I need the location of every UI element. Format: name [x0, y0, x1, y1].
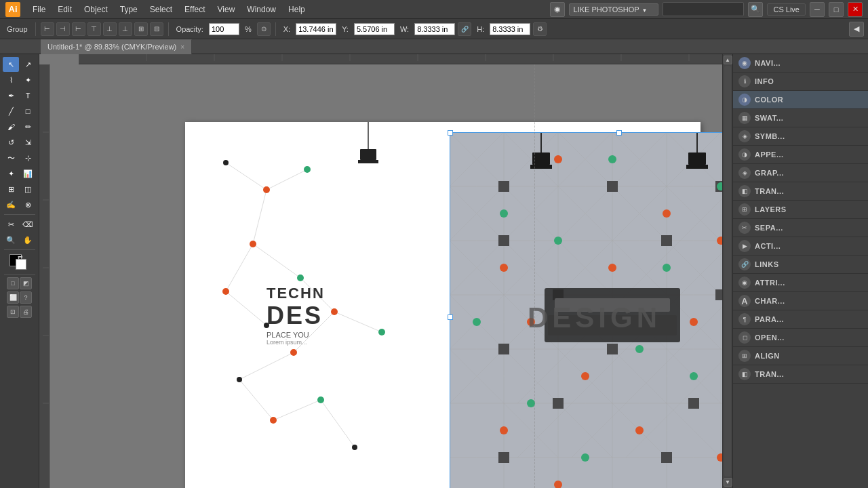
rotate-tool[interactable]: ↺ — [3, 135, 19, 150]
tab-close-button[interactable]: × — [180, 43, 184, 51]
panel-character[interactable]: A CHAR... — [733, 292, 868, 310]
svg-line-8 — [334, 312, 382, 332]
menu-view[interactable]: View — [212, 3, 241, 16]
pencil-icon: ✏ — [25, 123, 31, 131]
active-tab[interactable]: Untitled-1* @ 89.83% (CMYK/Preview) × — [41, 39, 192, 54]
swap-colors-icon[interactable]: ⇄ — [18, 253, 23, 260]
lock-aspect-icon[interactable]: 🔗 — [458, 22, 471, 36]
lasso-tool[interactable]: ⌇ — [3, 73, 19, 87]
magic-wand-tool[interactable]: ✦ — [20, 73, 36, 87]
menu-effect[interactable]: Effect — [179, 3, 210, 16]
menu-help[interactable]: Help — [283, 3, 311, 16]
panel-actions[interactable]: ▶ ACTI... — [733, 237, 868, 256]
hand-tool[interactable]: ✋ — [20, 232, 36, 247]
svg-line-10 — [239, 380, 273, 420]
eraser-tool[interactable]: ⌫ — [20, 217, 36, 232]
mesh-tool[interactable]: ⊞ — [3, 182, 19, 197]
panel-appearance-label: APPE... — [755, 150, 784, 159]
zoom-tool[interactable]: 🔍 — [3, 232, 19, 247]
workspace-dropdown[interactable]: LIKE PHOTOSHOP — [569, 3, 659, 16]
pen-tool[interactable]: ✒ — [3, 88, 19, 103]
align-bottom-icon[interactable]: ⊥ — [119, 22, 132, 36]
search-icon[interactable]: 🔍 — [748, 2, 763, 17]
scroll-up-arrow[interactable]: ▲ — [724, 56, 732, 64]
direct-selection-tool[interactable]: ↗ — [20, 57, 36, 72]
w-input[interactable] — [414, 23, 455, 35]
panel-navigator[interactable]: ◉ NAVI... — [733, 54, 868, 73]
panel-appearance[interactable]: ◑ APPE... — [733, 146, 868, 164]
opacity-input[interactable] — [209, 23, 239, 35]
align-right-icon[interactable]: ⊢ — [72, 22, 85, 36]
main-layout: ↖ ↗ ⌇ ✦ ✒ T ╱ □ — [0, 54, 868, 488]
x-input[interactable] — [296, 23, 336, 35]
print-icon[interactable]: 🖨 — [20, 306, 32, 318]
panel-layers[interactable]: ⊞ LAYERS — [733, 201, 868, 219]
align-top-icon[interactable]: ⊤ — [87, 22, 101, 36]
gradient-tool[interactable]: ◫ — [20, 182, 36, 197]
line-tool[interactable]: ╱ — [3, 104, 19, 119]
align-center-v-icon[interactable]: ⊥ — [103, 22, 117, 36]
workspace-switcher-icon[interactable]: ◉ — [550, 2, 565, 17]
svg-point-102 — [663, 264, 671, 272]
h-input[interactable] — [490, 23, 530, 35]
panel-toggle-icon[interactable]: ◀ — [849, 22, 864, 37]
distribute-h-icon[interactable]: ⊞ — [134, 22, 148, 36]
type-tool[interactable]: T — [20, 88, 36, 103]
close-button[interactable]: ✕ — [848, 2, 863, 17]
panel-paragraph[interactable]: ¶ PARA... — [733, 310, 868, 329]
normal-mode-icon[interactable]: □ — [7, 277, 19, 289]
panel-symbols[interactable]: ◈ SYMB... — [733, 127, 868, 146]
menu-object[interactable]: Object — [79, 3, 113, 16]
selection-tool[interactable]: ↖ — [3, 57, 19, 72]
panel-links[interactable]: 🔗 LINKS — [733, 256, 868, 274]
paintbrush-tool[interactable]: 🖌 — [3, 119, 19, 134]
panel-separations[interactable]: ✂ SEPA... — [733, 219, 868, 237]
panel-transform[interactable]: ◧ TRAN... — [733, 182, 868, 201]
scissors-tool[interactable]: ✂ — [3, 217, 19, 232]
canvas-background: TECHN DES PLACE YOU Lorem ipsum... — [39, 54, 722, 488]
align-center-h-icon[interactable]: ⊣ — [56, 22, 70, 36]
menu-type[interactable]: Type — [115, 3, 143, 16]
column-graph-tool[interactable]: 📊 — [20, 166, 36, 181]
scroll-down-arrow[interactable]: ▼ — [724, 478, 732, 487]
panel-color-label: COLOR — [755, 96, 783, 104]
panel-swatches[interactable]: ▦ SWAT... — [733, 109, 868, 127]
panel-info[interactable]: ℹ INFO — [733, 73, 868, 91]
cs-live-button[interactable]: CS Live — [767, 3, 806, 16]
search-input[interactable] — [663, 2, 744, 16]
align-left-icon[interactable]: ⊢ — [41, 22, 54, 36]
color-icon: ◑ — [738, 94, 751, 106]
align-icon: ⊞ — [738, 350, 751, 362]
quick-mask-icon[interactable]: ◩ — [20, 277, 32, 289]
menu-file[interactable]: File — [27, 3, 51, 16]
artboard-icon[interactable]: ⊡ — [7, 306, 19, 318]
screen-mode-icon[interactable]: ⬜ — [7, 291, 19, 304]
menu-window[interactable]: Window — [241, 3, 281, 16]
canvas-area[interactable]: TECHN DES PLACE YOU Lorem ipsum... — [39, 54, 722, 488]
opacity-icon[interactable]: ⊙ — [257, 22, 271, 36]
panel-attributes[interactable]: ◉ ATTRI... — [733, 274, 868, 292]
y-input[interactable] — [354, 23, 395, 35]
panel-color[interactable]: ◑ COLOR — [733, 91, 868, 109]
transform-options-icon[interactable]: ⚙ — [533, 22, 547, 36]
scale-tool[interactable]: ⇲ — [20, 135, 36, 150]
minimize-button[interactable]: ─ — [810, 2, 825, 17]
warp-tool[interactable]: 〜 — [3, 150, 19, 165]
rect-tool[interactable]: □ — [20, 104, 36, 119]
panel-align[interactable]: ⊞ ALIGN — [733, 347, 868, 365]
stroke-color-box[interactable] — [16, 260, 26, 269]
menu-select[interactable]: Select — [144, 3, 178, 16]
panel-opentype[interactable]: ◻ OPEN... — [733, 329, 868, 347]
pencil-tool[interactable]: ✏ — [20, 119, 36, 134]
symbol-sprayer-tool[interactable]: ✦ — [3, 166, 19, 181]
panel-graphic-styles[interactable]: ◈ GRAP... — [733, 164, 868, 182]
blend-tool[interactable]: ⊗ — [20, 197, 36, 212]
free-transform-tool[interactable]: ⊹ — [20, 150, 36, 165]
restore-button[interactable]: □ — [829, 2, 844, 17]
distribute-v-icon[interactable]: ⊟ — [150, 22, 163, 36]
eyedropper-tool[interactable]: ✍ — [3, 197, 19, 212]
svg-point-18 — [222, 288, 229, 295]
help-icon[interactable]: ? — [20, 291, 32, 304]
menu-edit[interactable]: Edit — [52, 3, 77, 16]
panel-transform2[interactable]: ◧ TRAN... — [733, 365, 868, 384]
